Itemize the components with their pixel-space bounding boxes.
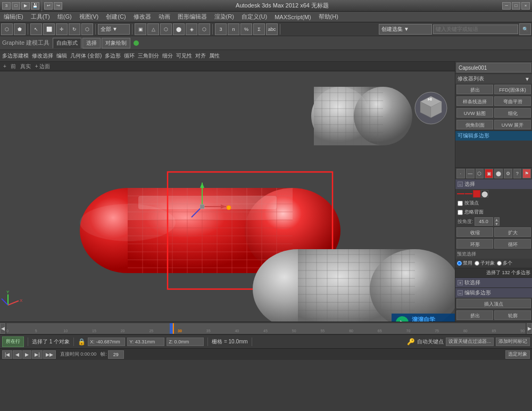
prev-frame-btn[interactable]: ◀ [13, 350, 22, 359]
toolbar-btn-6[interactable]: ⬤ [173, 23, 185, 35]
all-dropdown[interactable]: 全部 ▼ [98, 24, 130, 35]
toolbar-btn-1[interactable]: ⬡ [1, 23, 13, 35]
select-region-btn[interactable]: ⬜ [43, 23, 55, 35]
sub-tab-loop[interactable]: 循环 [124, 52, 135, 60]
toolbar-btn-7[interactable]: ◈ [186, 23, 197, 35]
tab-object-paint[interactable]: 对象绘制 [102, 38, 130, 48]
element-icon[interactable]: ⬤ [494, 169, 503, 178]
sel-color-box[interactable] [473, 190, 480, 198]
search-btn[interactable]: 🔍 [519, 23, 531, 35]
selection-header[interactable]: – 选择 [455, 179, 532, 189]
radio-disable-label[interactable]: 禁用 [457, 260, 472, 267]
menu-animation[interactable]: 动画 [157, 13, 172, 21]
maximize-btn[interactable]: □ [512, 2, 520, 10]
toolbar-btn-12[interactable]: Σ [253, 23, 265, 35]
btn-smooth[interactable]: 弯曲平滑 [494, 96, 531, 106]
open-btn[interactable]: ▶ [21, 2, 30, 10]
close-btn[interactable]: × [521, 2, 530, 10]
sub-tab-visibility[interactable]: 可见性 [176, 52, 192, 60]
add-key-btn[interactable]: 添加时间标记 [496, 338, 530, 346]
search-box[interactable] [433, 24, 518, 34]
rotate-btn[interactable]: ↻ [69, 23, 80, 35]
toolbar-btn-11[interactable]: % [240, 23, 252, 35]
btn-uvw[interactable]: UVW 贴图 [456, 108, 493, 118]
move-btn[interactable]: ✛ [56, 23, 68, 35]
selection-dropdown[interactable]: 创建选集 ▼ [379, 24, 432, 35]
menu-help[interactable]: 帮助(H) [317, 13, 340, 21]
menu-customize[interactable]: 自定义(U) [240, 13, 269, 21]
insert-vertex-btn[interactable]: 插入顶点 [456, 299, 531, 308]
coord-y[interactable]: Y: 43.31mm [127, 338, 164, 346]
menu-view[interactable]: 视图(V) [78, 13, 101, 21]
toolbar-btn-4[interactable]: △ [147, 23, 159, 35]
play-end-btn[interactable]: ▶▶ [43, 350, 56, 359]
sub-tab-modify-select[interactable]: 修改选择 [32, 52, 53, 60]
polygon-icon[interactable]: ▣ [485, 169, 493, 178]
vp-label-real[interactable]: 真实 [20, 63, 31, 70]
select-btn[interactable]: ↖ [30, 23, 42, 35]
toolbar-btn-13[interactable]: abc [266, 23, 278, 35]
tab-select[interactable]: 选择 [82, 38, 101, 48]
menu-tools[interactable]: 工具(T) [29, 13, 52, 21]
sub-tab-geometry[interactable]: 几何体 (全部) [70, 52, 102, 60]
extrude-btn2[interactable]: 挤出 [456, 310, 493, 320]
vp-label-edge[interactable]: + 边面 [35, 63, 51, 70]
radio-multi[interactable] [497, 261, 502, 266]
search-input[interactable] [436, 26, 516, 32]
edit-poly-header[interactable]: – 编辑多边形 [455, 288, 532, 298]
menu-render[interactable]: 渲染(R) [213, 13, 236, 21]
frame-input[interactable] [108, 350, 124, 359]
btn-tessellate[interactable]: 细化 [494, 108, 531, 118]
selection-collapse[interactable]: – [458, 182, 463, 187]
flag-icon[interactable]: ⚑ [522, 169, 531, 178]
radio-disable[interactable] [457, 261, 462, 266]
outline-btn[interactable]: 轮廓 [494, 310, 531, 320]
save-btn[interactable]: 💾 [31, 2, 39, 10]
menu-graph-editor[interactable]: 图形编辑器 [176, 13, 209, 21]
menu-maxscript[interactable]: MAXScript(M) [273, 14, 312, 20]
btn-spline-select[interactable]: 样条线选择 [456, 96, 493, 106]
vp-label-plus[interactable]: + [3, 63, 6, 69]
vertex-icon[interactable]: · [456, 169, 465, 178]
play-btn[interactable]: ▶ [22, 350, 31, 359]
help-icon[interactable]: ? [513, 169, 522, 178]
toolbar-btn-5[interactable]: ⬡ [160, 23, 172, 35]
editable-poly-header[interactable]: 可编辑多边形 [455, 131, 532, 141]
settings-icon[interactable]: ⚙ [504, 169, 512, 178]
sub-tab-triangulation[interactable]: 三角剖分 [138, 52, 159, 60]
sub-tab-polygon2[interactable]: 多边形 [105, 52, 121, 60]
status-mode-btn[interactable]: 所在行 [2, 336, 24, 347]
soft-select-header[interactable]: + 软选择 [455, 278, 532, 287]
toolbar-btn-8[interactable]: ⬡ [198, 23, 210, 35]
menu-modifier[interactable]: 修改器 [132, 13, 153, 21]
ring-btn[interactable]: 环形 [456, 239, 493, 249]
expand-btn[interactable]: 扩大 [494, 227, 531, 237]
sub-tab-subdivision[interactable]: 细分 [162, 52, 173, 60]
viewport[interactable]: + 前 真实 + 边面 [0, 62, 455, 322]
toolbar-btn-2[interactable]: ⬟ [14, 23, 26, 35]
coord-x[interactable]: X: -40.687mm [88, 338, 125, 346]
menu-create[interactable]: 创建(C) [104, 13, 127, 21]
toolbar-btn-9[interactable]: 3 [215, 23, 227, 35]
menu-edit[interactable]: 编辑(E) [2, 13, 25, 21]
modifier-header[interactable]: 修改器列表 ▼ [455, 74, 532, 84]
new-btn[interactable]: □ [12, 2, 20, 10]
btn-uvw-unwrap[interactable]: UVW 展开 [494, 120, 531, 129]
set-key-btn[interactable]: 设置关键点过滤器... [446, 338, 494, 346]
minimize-btn[interactable]: ─ [502, 2, 511, 10]
toolbar-btn-10[interactable]: n [228, 23, 239, 35]
play-start-btn[interactable]: |◀ [2, 350, 12, 359]
sub-tab-edit[interactable]: 编辑 [56, 52, 67, 60]
toolbar-btn-3[interactable]: ▣ [135, 23, 146, 35]
edge-icon[interactable]: — [466, 169, 475, 178]
loop-btn[interactable]: 循环 [494, 239, 531, 249]
sub-tab-align[interactable]: 对齐 [195, 52, 206, 60]
undo-btn[interactable]: ↩ [44, 2, 53, 10]
sub-tab-polygon[interactable]: 多边形建模 [2, 52, 29, 60]
edit-poly-collapse[interactable]: – [458, 290, 463, 295]
coord-z[interactable]: Z: 0.0mm [167, 338, 204, 346]
timeline-next-btn[interactable]: ▶ [527, 323, 532, 334]
ignore-backface-checkbox[interactable] [458, 210, 463, 215]
timeline-track[interactable]: 0 5 10 15 20 25 30 35 40 45 50 55 60 65 … [6, 323, 526, 334]
next-frame-btn[interactable]: ▶| [32, 350, 42, 359]
